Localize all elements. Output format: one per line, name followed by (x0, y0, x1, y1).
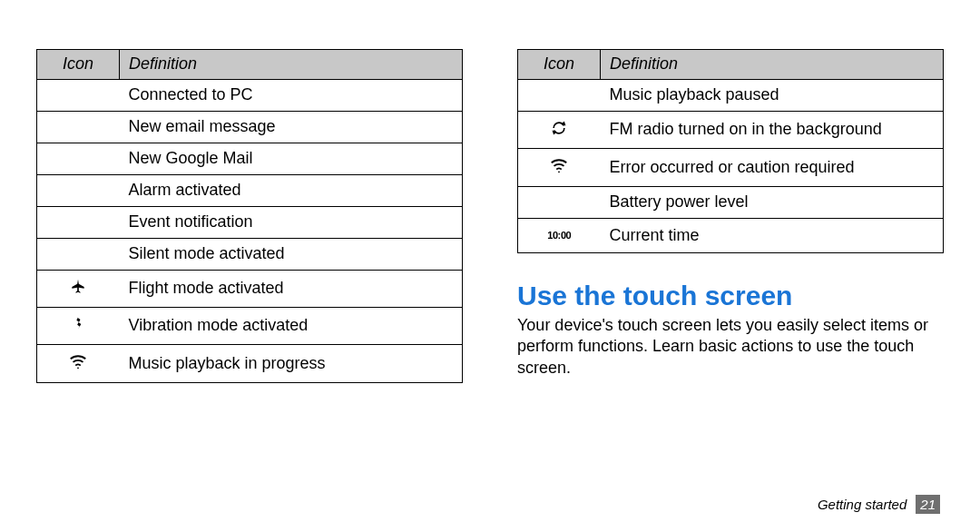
cell-icon (37, 345, 120, 383)
table-row: Silent mode activated (37, 239, 463, 271)
cell-definition: Flight mode activated (120, 271, 463, 308)
icon-table-left: Icon Definition Connected to PCNew email… (36, 49, 463, 383)
th-definition: Definition (601, 50, 944, 80)
cell-definition: Battery power level (601, 187, 944, 219)
wifi-icon (548, 154, 570, 176)
cell-definition: Connected to PC (120, 80, 463, 112)
cell-icon (37, 239, 120, 271)
table-row: Event notification (37, 207, 463, 239)
left-column: Icon Definition Connected to PCNew email… (36, 49, 463, 383)
footer-page-number: 21 (916, 495, 940, 514)
th-icon: Icon (518, 50, 601, 80)
flight-icon (67, 276, 89, 298)
icon-table-right: Icon Definition Music playback pausedFM … (517, 49, 944, 253)
svg-point-1 (558, 171, 560, 172)
cell-definition: Current time (601, 219, 944, 253)
cell-icon (37, 207, 120, 239)
vibration-icon (67, 313, 89, 335)
cell-icon (37, 80, 120, 112)
svg-point-0 (77, 367, 79, 369)
cell-definition: Music playback paused (601, 80, 944, 112)
cell-icon (37, 143, 120, 175)
sync-icon (548, 117, 570, 139)
section-heading: Use the touch screen (517, 281, 944, 311)
cell-definition: Event notification (120, 207, 463, 239)
wifi-icon (67, 350, 89, 372)
cell-icon (37, 175, 120, 207)
table-row: Vibration mode activated (37, 308, 463, 345)
table-row: 10:00Current time (518, 219, 944, 253)
cell-icon: 10:00 (518, 219, 601, 253)
cell-definition: Silent mode activated (120, 239, 463, 271)
cell-icon (518, 112, 601, 149)
cell-icon (37, 308, 120, 345)
cell-definition: Vibration mode activated (120, 308, 463, 345)
table-row: Music playback paused (518, 80, 944, 112)
table-row: New Google Mail (37, 143, 463, 175)
cell-definition: Music playback in progress (120, 345, 463, 383)
time-icon: 10:00 (548, 224, 570, 246)
cell-icon (518, 187, 601, 219)
left-tbody: Connected to PCNew email messageNew Goog… (37, 80, 463, 383)
right-column: Icon Definition Music playback pausedFM … (517, 49, 944, 383)
page-footer: Getting started 21 (818, 495, 940, 514)
cell-icon (37, 112, 120, 143)
cell-icon (37, 271, 120, 308)
cell-definition: FM radio turned on in the background (601, 112, 944, 149)
cell-definition: Alarm activated (120, 175, 463, 207)
table-row: Connected to PC (37, 80, 463, 112)
table-row: Flight mode activated (37, 271, 463, 308)
cell-definition: Error occurred or caution required (601, 149, 944, 187)
footer-chapter: Getting started (818, 497, 906, 512)
table-row: Error occurred or caution required (518, 149, 944, 187)
table-row: Battery power level (518, 187, 944, 219)
cell-definition: New Google Mail (120, 143, 463, 175)
section-body: Your device's touch screen lets you easi… (517, 315, 944, 379)
table-row: New email message (37, 112, 463, 143)
th-icon: Icon (37, 50, 120, 80)
table-row: FM radio turned on in the background (518, 112, 944, 149)
table-row: Alarm activated (37, 175, 463, 207)
cell-icon (518, 80, 601, 112)
page-content: Icon Definition Connected to PCNew email… (0, 0, 980, 383)
th-definition: Definition (120, 50, 463, 80)
cell-icon (518, 149, 601, 187)
table-row: Music playback in progress (37, 345, 463, 383)
cell-definition: New email message (120, 112, 463, 143)
right-tbody: Music playback pausedFM radio turned on … (518, 80, 944, 253)
